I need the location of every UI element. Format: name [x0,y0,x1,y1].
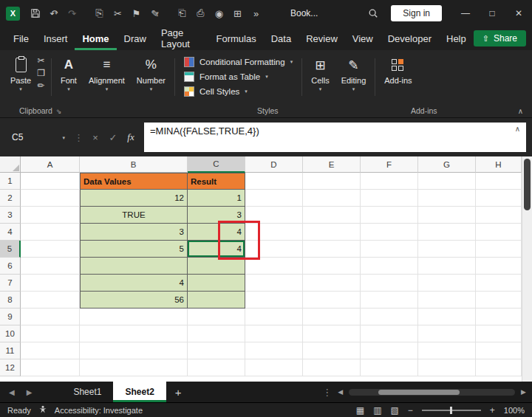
sign-in-button[interactable]: Sign in [391,5,442,21]
search-icon[interactable] [363,8,383,18]
cell-B4[interactable]: 3 [80,224,188,241]
undo-icon[interactable]: ↶▾ [44,4,63,23]
cell-C6[interactable] [188,258,245,275]
flag-icon[interactable]: ⚑ [127,4,146,23]
cell-A11[interactable] [21,342,80,359]
share-button[interactable]: ⇧ Share [474,30,526,46]
select-all-corner[interactable] [0,156,21,173]
row-header-3[interactable]: 3 [0,207,21,224]
zoom-level[interactable]: 100% [504,406,525,415]
print-icon[interactable]: ⎙ [191,4,210,23]
cell-H9[interactable] [476,309,522,325]
cell-E6[interactable] [303,258,361,275]
cell-A5[interactable] [21,241,80,258]
table-icon[interactable]: ⊞ [228,4,247,23]
cell-B2[interactable]: 12 [80,190,188,207]
cell-H5[interactable] [476,241,522,258]
cell-H7[interactable] [476,275,522,292]
cell-H3[interactable] [476,207,522,224]
cell-F9[interactable] [361,309,418,325]
font-button[interactable]: A Font ▾ [55,52,83,102]
cell-D9[interactable] [245,309,303,325]
horizontal-scrollbar[interactable] [349,389,515,396]
cell-F3[interactable] [361,207,418,224]
cancel-icon[interactable]: × [86,123,104,152]
camera-icon[interactable]: ◉ [210,4,228,23]
insert-function-icon[interactable]: fx [122,123,140,152]
cell-D2[interactable] [245,190,303,207]
column-header-F[interactable]: F [361,156,418,173]
cell-D6[interactable] [245,258,303,275]
cell-B7[interactable]: 4 [80,275,188,292]
normal-view-icon[interactable]: ▦ [356,405,364,416]
cell-A4[interactable] [21,224,80,241]
row-header-9[interactable]: 9 [0,309,21,325]
menu-tab-data[interactable]: Data [264,27,299,50]
row-header-2[interactable]: 2 [0,190,21,207]
cell-E1[interactable] [303,173,361,190]
cell-A6[interactable] [21,258,80,275]
scroll-right-icon[interactable]: ▶ [521,388,526,396]
cell-A2[interactable] [21,190,80,207]
prev-sheet-icon[interactable]: ◀ [9,388,15,396]
maximize-button[interactable]: □ [479,0,505,27]
row-header-11[interactable]: 11 [0,342,21,359]
cell-E11[interactable] [303,342,361,359]
cell-G3[interactable] [418,207,476,224]
cell-H2[interactable] [476,190,522,207]
draw-pen-icon[interactable]: ✎▾ [146,4,164,23]
cell-E2[interactable] [303,190,361,207]
row-header-12[interactable]: 12 [0,359,21,376]
cell-A1[interactable] [21,173,80,190]
cell-D7[interactable] [245,275,303,292]
cell-H4[interactable] [476,224,522,241]
cell-E10[interactable] [303,325,361,342]
sheet-tab-sheet1[interactable]: Sheet1 [61,382,113,402]
zoom-out-icon[interactable]: − [408,405,413,416]
row-header-8[interactable]: 8 [0,292,21,309]
menu-tab-draw[interactable]: Draw [117,27,154,50]
collapse-ribbon-icon[interactable]: ∧ [518,107,523,115]
menu-tab-formulas[interactable]: Formulas [209,27,264,50]
menu-tab-insert[interactable]: Insert [36,27,75,50]
new-sheet-button[interactable]: + [166,382,191,402]
cell-C10[interactable] [188,325,245,342]
cell-F1[interactable] [361,173,418,190]
cell-B11[interactable] [80,342,188,359]
zoom-slider[interactable] [422,410,481,411]
editing-button[interactable]: ✎ Editing ▾ [335,52,372,102]
cell-F8[interactable] [361,292,418,309]
minimize-button[interactable]: — [452,0,479,27]
cell-C7[interactable] [188,275,245,292]
cell-B5[interactable]: 5 [80,241,188,258]
cell-A12[interactable] [21,359,80,376]
cell-D8[interactable] [245,292,303,309]
format-painter-button[interactable]: ✏ [37,80,45,91]
cell-G9[interactable] [418,309,476,325]
cell-styles-button[interactable]: Cell Styles ▾ [184,86,293,97]
cell-C2[interactable]: 1 [188,190,245,207]
save-icon[interactable] [26,4,44,23]
cell-G1[interactable] [418,173,476,190]
cell-D12[interactable] [245,359,303,376]
cell-E5[interactable] [303,241,361,258]
cell-F4[interactable] [361,224,418,241]
column-header-A[interactable]: A [21,156,80,173]
cell-F5[interactable] [361,241,418,258]
accessibility-status[interactable]: Accessibility: Investigate [55,406,143,415]
alignment-button[interactable]: ≡ Alignment ▾ [83,52,131,102]
menu-tab-page-layout[interactable]: Page Layout [154,27,209,50]
column-header-H[interactable]: H [476,156,522,173]
cell-G10[interactable] [418,325,476,342]
cell-G11[interactable] [418,342,476,359]
vertical-scrollbar[interactable] [522,156,532,382]
cut-icon[interactable]: ✂ [109,4,127,23]
cell-G7[interactable] [418,275,476,292]
row-header-5[interactable]: 5 [0,241,21,258]
menu-tab-file[interactable]: File [6,27,36,50]
zoom-slider-thumb[interactable] [450,407,452,414]
vertical-scrollbar-thumb[interactable] [524,159,531,210]
cell-E3[interactable] [303,207,361,224]
cell-H12[interactable] [476,359,522,376]
conditional-formatting-button[interactable]: Conditional Formatting ▾ [184,57,293,67]
